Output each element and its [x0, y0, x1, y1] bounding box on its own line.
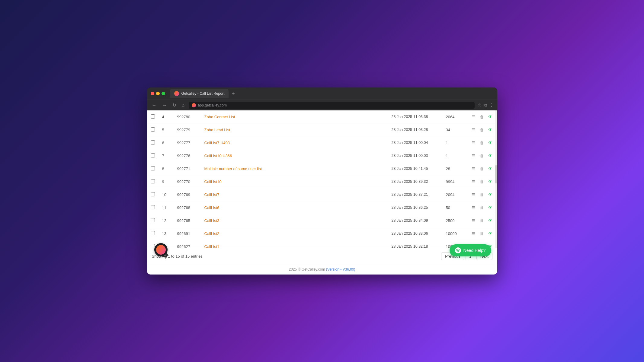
row-id: 992769 [174, 188, 201, 201]
view-icon[interactable]: 👁 [487, 139, 494, 146]
row-name[interactable]: Multiple number of same user list [201, 162, 388, 175]
list-icon[interactable]: ☰ [470, 126, 477, 133]
view-icon[interactable]: 👁 [487, 113, 494, 120]
row-name[interactable]: CallList1 [201, 240, 388, 248]
row-actions: ☰ 🗑 👁 [466, 110, 497, 123]
delete-icon[interactable]: 🗑 [479, 191, 485, 198]
browser-tab[interactable]: Getcalley - Call List Report [170, 89, 229, 98]
back-button[interactable]: ← [151, 102, 158, 109]
view-icon[interactable]: 👁 [487, 178, 494, 185]
action-icons-group: ☰ 🗑 👁 [470, 230, 494, 237]
row-checkbox-cell [147, 227, 159, 240]
row-checkbox[interactable] [151, 192, 155, 196]
row-checkbox[interactable] [151, 114, 155, 119]
scrollbar-thumb[interactable] [495, 165, 497, 183]
extensions-icon[interactable]: ⧉ [484, 103, 487, 108]
forward-button[interactable]: → [161, 102, 168, 109]
delete-icon[interactable]: 🗑 [479, 178, 485, 185]
row-number: 8 [159, 162, 174, 175]
row-name[interactable]: CallList7 U493 [201, 136, 388, 149]
row-name[interactable]: Zoho Contact List [201, 110, 388, 123]
browser-window: Getcalley - Call List Report + ← → ↻ ⌂ a… [147, 87, 497, 275]
view-icon[interactable]: 👁 [487, 217, 494, 224]
minimize-button[interactable] [156, 92, 160, 95]
list-icon[interactable]: ☰ [470, 230, 477, 237]
row-name[interactable]: CallList6 [201, 201, 388, 214]
new-tab-button[interactable]: + [230, 91, 237, 97]
delete-icon[interactable]: 🗑 [479, 165, 485, 172]
view-icon[interactable]: 👁 [487, 152, 494, 159]
row-name[interactable]: CallList10 [201, 175, 388, 188]
row-checkbox[interactable] [151, 231, 155, 235]
home-button[interactable]: ⌂ [181, 102, 186, 109]
row-checkbox[interactable] [151, 244, 155, 248]
site-favicon [192, 103, 196, 107]
row-name[interactable]: CallList7 [201, 188, 388, 201]
view-icon[interactable]: 👁 [487, 191, 494, 198]
list-icon[interactable]: ☰ [470, 204, 477, 211]
row-id: 992780 [174, 110, 201, 123]
table-row: 10 992769 CallList7 28 Jan 2025 10:37:21… [147, 188, 497, 201]
delete-icon[interactable]: 🗑 [479, 204, 485, 211]
row-checkbox-cell [147, 136, 159, 149]
view-icon[interactable]: 👁 [487, 230, 494, 237]
close-button[interactable] [151, 92, 154, 95]
row-id: 992691 [174, 227, 201, 240]
view-icon[interactable]: 👁 [487, 165, 494, 172]
need-help-button[interactable]: W Need Help? [450, 244, 491, 256]
action-icons-group: ☰ 🗑 👁 [470, 178, 494, 185]
list-icon[interactable]: ☰ [470, 139, 477, 146]
delete-icon[interactable]: 🗑 [479, 152, 485, 159]
view-icon[interactable]: 👁 [487, 204, 494, 211]
row-name[interactable]: CallList10 U366 [201, 149, 388, 162]
table-row: 13 992691 CallList2 28 Jan 2025 10:33:06… [147, 227, 497, 240]
delete-icon[interactable]: 🗑 [479, 230, 485, 237]
row-name[interactable]: Zoho Lead List [201, 123, 388, 136]
row-checkbox[interactable] [151, 218, 155, 222]
row-checkbox[interactable] [151, 140, 155, 144]
maximize-button[interactable] [162, 92, 165, 95]
menu-icon[interactable]: ⋮ [489, 103, 494, 108]
copyright-text: 2025 © GetCalley.com [289, 267, 325, 272]
list-icon[interactable]: ☰ [470, 178, 477, 185]
bookmark-icon[interactable]: ☆ [478, 103, 482, 108]
list-icon[interactable]: ☰ [470, 217, 477, 224]
row-actions: ☰ 🗑 👁 [466, 162, 497, 175]
delete-icon[interactable]: 🗑 [479, 217, 485, 224]
row-checkbox[interactable] [151, 127, 155, 132]
row-date: 28 Jan 2025 10:37:21 [388, 188, 442, 201]
row-count: 9994 [442, 175, 466, 188]
row-id: 992776 [174, 149, 201, 162]
row-id: 992765 [174, 214, 201, 227]
row-checkbox[interactable] [151, 166, 155, 170]
row-checkbox[interactable] [151, 179, 155, 183]
row-date: 28 Jan 2025 11:03:28 [388, 123, 442, 136]
list-icon[interactable]: ☰ [470, 152, 477, 159]
row-checkbox[interactable] [151, 153, 155, 157]
row-checkbox[interactable] [151, 205, 155, 209]
action-icons-group: ☰ 🗑 👁 [470, 139, 494, 146]
list-icon[interactable]: ☰ [470, 113, 477, 120]
row-date: 28 Jan 2025 10:41:45 [388, 162, 442, 175]
row-checkbox-cell [147, 201, 159, 214]
calley-logo [156, 245, 166, 255]
call-list-table: 4 992780 Zoho Contact List 28 Jan 2025 1… [147, 110, 497, 248]
row-name[interactable]: CallList3 [201, 214, 388, 227]
row-checkbox-cell [147, 123, 159, 136]
row-date: 28 Jan 2025 10:36:25 [388, 201, 442, 214]
list-icon[interactable]: ☰ [470, 165, 477, 172]
view-icon[interactable]: 👁 [487, 126, 494, 133]
calley-badge[interactable] [154, 243, 168, 256]
scrollbar[interactable] [495, 110, 497, 248]
address-bar[interactable]: app.getcalley.com [189, 102, 474, 109]
delete-icon[interactable]: 🗑 [479, 113, 485, 120]
version-link[interactable]: (Version - V36.00) [326, 267, 355, 272]
action-icons-group: ☰ 🗑 👁 [470, 165, 494, 172]
delete-icon[interactable]: 🗑 [479, 139, 485, 146]
refresh-button[interactable]: ↻ [171, 102, 178, 109]
row-name[interactable]: CallList2 [201, 227, 388, 240]
delete-icon[interactable]: 🗑 [479, 126, 485, 133]
row-id: 992771 [174, 162, 201, 175]
list-icon[interactable]: ☰ [470, 191, 477, 198]
traffic-lights [151, 92, 165, 95]
